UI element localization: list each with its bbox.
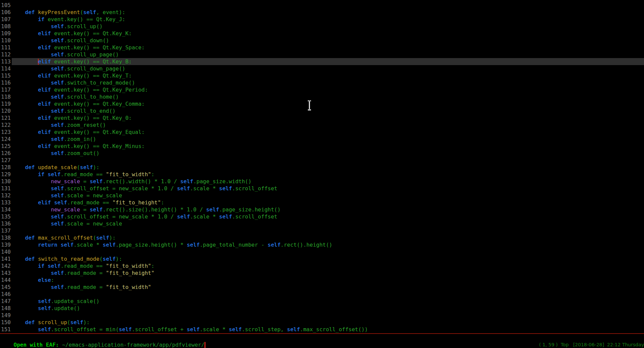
code-line[interactable]: 124 self.zoom_in() [0, 136, 644, 143]
line-number: 114 [0, 65, 11, 72]
code-line[interactable]: 119 elif event.key() == Qt.Key_Comma: [0, 100, 644, 107]
status-day: Thursday [622, 342, 644, 347]
code-line[interactable]: 139 return self.scale * self.page_size.h… [0, 241, 644, 248]
code-line[interactable]: 135 self.scroll_offset = new_scale * 1.0… [0, 213, 644, 220]
code-text: elif event.key() == Qt.Key_K: [12, 30, 132, 37]
code-line[interactable]: 147 self.update_scale() [0, 298, 644, 305]
code-text: else: [12, 277, 54, 283]
code-text: elif event.key() == Qt.Key_T: [12, 72, 132, 79]
code-line[interactable]: 125 elif event.key() == Qt.Key_Minus: [0, 143, 644, 150]
line-number: 121 [0, 114, 11, 121]
code-line[interactable]: 108 self.scroll_up() [0, 23, 644, 30]
code-line[interactable]: 126 self.zoom_out() [0, 150, 644, 157]
status-bar: ( 1, 59 ) Top [2018-06-28] 22:12 Thursda… [539, 342, 644, 347]
code-line[interactable]: 142 if self.read_mode == "fit_to_width": [0, 262, 644, 269]
line-number: 150 [0, 319, 11, 326]
code-text: new_scale = self.rect().width() * 1.0 / … [12, 178, 251, 185]
code-line[interactable]: 149 [0, 312, 644, 319]
line-number: 129 [0, 171, 11, 178]
code-line[interactable]: 127 [0, 157, 644, 164]
line-number: 147 [0, 298, 11, 305]
code-line[interactable]: 121 elif event.key() == Qt.Key_0: [0, 114, 644, 121]
code-text: if self.read_mode == "fit_to_width": [12, 171, 154, 178]
code-text: def keyPressEvent(self, event): [12, 9, 125, 15]
line-number: 132 [0, 192, 11, 199]
minibuffer[interactable]: Open with EAF: ~/emacs-application-frame… [1, 334, 205, 341]
scroll-state: Top [561, 342, 569, 347]
line-number: 125 [0, 143, 11, 150]
code-line[interactable]: 109 elif event.key() == Qt.Key_K: [0, 30, 644, 37]
line-number: 107 [0, 16, 11, 23]
code-line[interactable]: 140 [0, 248, 644, 255]
code-line[interactable]: 141 def switch_to_read_mode(self): [0, 255, 644, 262]
code-line[interactable]: 129 if self.read_mode == "fit_to_width": [0, 171, 644, 178]
line-number: 118 [0, 93, 11, 100]
code-line[interactable]: 138 def max_scroll_offset(self): [0, 234, 644, 241]
code-line[interactable]: 151 self.scroll_offset = min(self.scroll… [0, 326, 644, 333]
code-line[interactable]: 128 def update_scale(self): [0, 164, 644, 171]
minibuffer-prompt: Open with EAF: [14, 342, 62, 348]
mode-line-separator [0, 333, 644, 334]
code-line[interactable]: 118 self.scroll_to_home() [0, 93, 644, 100]
code-text: self.scroll_up_page() [12, 51, 119, 58]
status-time: 22:12 [607, 342, 620, 347]
code-text: self.scroll_down() [12, 37, 109, 44]
code-line[interactable]: 123 elif event.key() == Qt.Key_Equal: [0, 129, 644, 136]
code-buffer[interactable]: 105106 def keyPressEvent(self, event):10… [0, 2, 644, 333]
code-text: self.scale = new_scale [12, 192, 122, 199]
code-line[interactable]: 115 elif event.key() == Qt.Key_T: [0, 72, 644, 79]
code-text: elif event.key() == Qt.Key_Space: [12, 44, 145, 51]
line-number: 136 [0, 220, 11, 227]
line-number: 117 [0, 86, 11, 93]
code-line[interactable]: 116 self.switch_to_read_mode() [0, 79, 644, 86]
code-line[interactable]: 143 self.read_mode = "fit_to_height" [0, 269, 644, 277]
code-line[interactable]: 122 self.zoom_reset() [0, 121, 644, 129]
code-text: self.switch_to_read_mode() [12, 80, 135, 86]
code-line[interactable]: 107 if event.key() == Qt.Key_J: [0, 16, 644, 23]
minibuffer-cursor [204, 342, 205, 348]
code-line[interactable]: 146 [0, 291, 644, 298]
code-line[interactable]: 110 self.scroll_down() [0, 37, 644, 44]
code-text: self.scroll_offset = min(self.scroll_off… [12, 326, 368, 333]
code-line[interactable]: 106 def keyPressEvent(self, event): [0, 9, 644, 16]
code-line[interactable]: 130 new_scale = self.rect().width() * 1.… [0, 178, 644, 185]
code-line[interactable]: 112 self.scroll_up_page() [0, 51, 644, 58]
code-line[interactable]: 144 else: [0, 277, 644, 284]
code-line[interactable]: 137 [0, 227, 644, 234]
code-line[interactable]: 132 self.scale = new_scale [0, 192, 644, 199]
line-number: 109 [0, 30, 11, 37]
code-text: self.read_mode = "fit_to_height" [12, 270, 154, 276]
code-line[interactable]: 145 self.read_mode = "fit_to_width" [0, 284, 644, 291]
code-line[interactable]: 114 self.scroll_down_page() [0, 65, 644, 72]
line-number: 116 [0, 79, 11, 86]
code-line[interactable]: 120 self.scroll_to_end() [0, 107, 644, 114]
line-number: 115 [0, 72, 11, 79]
line-number: 146 [0, 291, 11, 298]
line-number: 123 [0, 129, 11, 136]
code-text: self.scroll_up() [12, 23, 103, 30]
status-date: [2018-06-28] [573, 342, 604, 347]
code-line[interactable]: 117 elif event.key() == Qt.Key_Period: [0, 86, 644, 93]
code-line[interactable]: 105 [0, 2, 644, 9]
code-line[interactable]: 111 elif event.key() == Qt.Key_Space: [0, 44, 644, 51]
line-number: 149 [0, 312, 11, 319]
line-number: 131 [0, 185, 11, 192]
line-number: 120 [0, 107, 11, 114]
code-text: if self.read_mode == "fit_to_width": [12, 263, 154, 269]
code-line[interactable]: 133 elif self.read_mode == "fit_to_heigh… [0, 199, 644, 206]
code-line[interactable]: 136 self.scale = new_scale [0, 220, 644, 227]
code-line[interactable]: 131 self.scroll_offset = new_scale * 1.0… [0, 185, 644, 192]
code-line[interactable]: 134 new_scale = self.rect().size().heigh… [0, 206, 644, 213]
minibuffer-input[interactable]: ~/emacs-application-framework/app/pdfvie… [62, 342, 204, 348]
code-line[interactable]: 150 def scroll_up(self): [0, 319, 644, 326]
code-line[interactable]: 148 self.update() [0, 305, 644, 312]
line-number: 127 [0, 157, 11, 164]
line-number: 151 [0, 326, 11, 333]
line-number: 111 [0, 44, 11, 51]
code-text: def switch_to_read_mode(self): [12, 256, 122, 262]
code-text: self.read_mode = "fit_to_width" [12, 284, 151, 290]
code-text: elif self.read_mode == "fit_to_height": [12, 199, 164, 206]
code-text: new_scale = self.rect().size().height() … [12, 206, 281, 213]
code-text: self.zoom_reset() [12, 122, 106, 128]
code-line-current[interactable]: 113 elif event.key() == Qt.Key_B: [0, 58, 644, 65]
